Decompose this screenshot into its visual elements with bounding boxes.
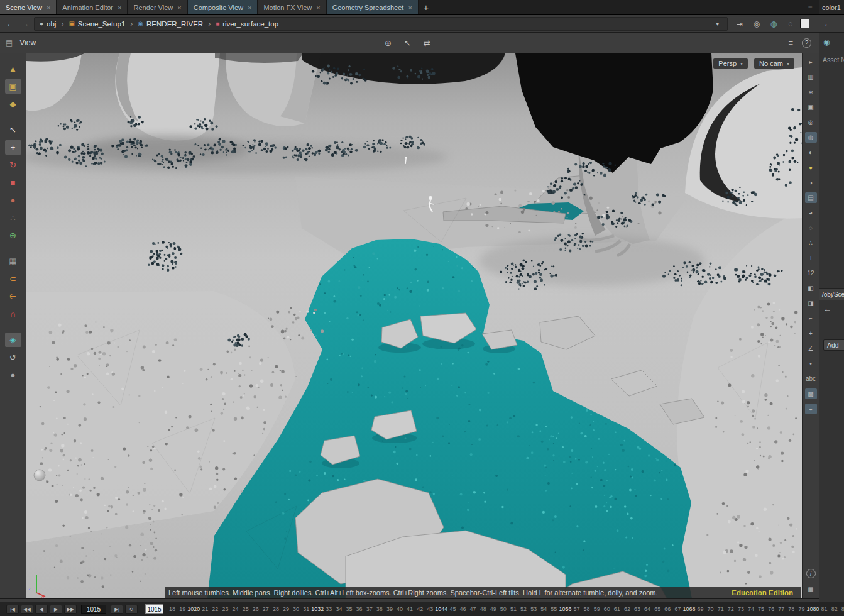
- tool-button[interactable]: ∈: [5, 289, 21, 304]
- tab-close-icon[interactable]: ×: [408, 4, 412, 11]
- view-toolbar-icon[interactable]: ⇄: [424, 38, 430, 48]
- breadcrumb-item[interactable]: › ■ river_surface_top: [206, 19, 281, 28]
- tool-button[interactable]: ▦: [5, 254, 21, 268]
- display-toggle-icon[interactable]: ▣: [805, 102, 817, 113]
- parameter-pane-tab[interactable]: color1: [819, 0, 844, 15]
- display-toggle-icon[interactable]: ▸: [805, 57, 817, 67]
- display-toggle-icon[interactable]: ∗: [805, 87, 817, 97]
- display-toggle-icon[interactable]: ◑: [805, 177, 817, 188]
- tab-close-icon[interactable]: ×: [248, 4, 251, 11]
- timeline-ruler[interactable]: 18 19 1020 21 22 23 24 25 26 27 28: [167, 602, 844, 616]
- tab-menu-icon[interactable]: ≡: [801, 0, 819, 14]
- path-bar-icon[interactable]: ⇥: [733, 18, 747, 30]
- display-toggle-icon[interactable]: ▩: [805, 388, 817, 399]
- tool-button[interactable]: ▣: [5, 79, 21, 94]
- path-bar-icon[interactable]: ◌: [784, 18, 797, 30]
- tool-button[interactable]: ∴: [5, 211, 21, 225]
- display-toggle-icon[interactable]: +: [805, 328, 817, 339]
- frame-tick-label: 47: [468, 606, 478, 612]
- tool-button[interactable]: ▲: [5, 62, 21, 76]
- tab-close-icon[interactable]: ×: [316, 4, 320, 11]
- transport-button[interactable]: ▶|: [111, 605, 123, 614]
- display-toggle-icon[interactable]: ◎: [805, 117, 817, 128]
- tab-close-icon[interactable]: ×: [177, 4, 181, 11]
- tool-button[interactable]: ↺: [5, 350, 21, 365]
- display-toggle-icon[interactable]: ◒: [805, 404, 817, 414]
- display-toggle-icon[interactable]: ▥: [805, 72, 817, 82]
- tab-close-icon[interactable]: ×: [47, 4, 50, 11]
- display-toggle-icon[interactable]: ▤: [805, 192, 817, 203]
- display-toggle-icon[interactable]: •: [805, 358, 817, 369]
- scene-viewport[interactable]: z x Persp ▾ No cam ▾ Left mouse tumbles.…: [26, 53, 802, 598]
- view-toolbar-icon[interactable]: ⊕: [385, 38, 392, 48]
- display-toggle-icon[interactable]: abc: [805, 373, 817, 384]
- transport-button[interactable]: ◀◀: [21, 605, 33, 614]
- info-icon[interactable]: i: [806, 569, 816, 578]
- breadcrumb-item[interactable]: › ● obj: [37, 20, 58, 28]
- tab-close-icon[interactable]: ×: [118, 4, 121, 11]
- tool-button[interactable]: ●: [5, 193, 21, 207]
- pane-tab[interactable]: Render View ×: [128, 0, 187, 14]
- pane-tab[interactable]: Animation Editor ×: [57, 0, 128, 14]
- forward-arrow-icon[interactable]: →: [19, 18, 31, 30]
- display-toggle-icon[interactable]: ∠: [805, 343, 817, 354]
- current-frame-input[interactable]: [81, 605, 106, 614]
- display-toggle-icon[interactable]: ◕: [805, 207, 817, 218]
- transport-button[interactable]: ◀: [35, 605, 48, 614]
- frame-tick-label: 53: [529, 606, 539, 612]
- network-back-icon[interactable]: ←: [823, 304, 831, 314]
- breadcrumb-item[interactable]: › ◉ RENDER_RIVER: [128, 19, 206, 28]
- camera-select-menu[interactable]: No cam ▾: [754, 58, 794, 69]
- display-options-icon[interactable]: ≡: [788, 38, 793, 48]
- display-toggle-icon[interactable]: ●: [805, 162, 817, 173]
- display-toggle-icon[interactable]: ∴: [805, 238, 817, 248]
- tool-button[interactable]: ∩: [5, 307, 21, 321]
- path-dropdown-icon[interactable]: ▾: [710, 18, 725, 30]
- pane-tab[interactable]: Scene View ×: [0, 0, 57, 14]
- transport-button[interactable]: ▶: [50, 605, 62, 614]
- color-swatch[interactable]: [800, 19, 809, 28]
- pane-tab[interactable]: Geometry Spreadsheet ×: [327, 0, 419, 14]
- tool-button[interactable]: +: [5, 140, 21, 155]
- new-tab-button[interactable]: +: [419, 0, 434, 14]
- add-button[interactable]: Add: [823, 339, 844, 351]
- display-toggle-icon[interactable]: 12: [805, 268, 817, 278]
- display-toggle-icon[interactable]: ◌: [805, 223, 817, 233]
- help-icon[interactable]: ?: [802, 38, 811, 48]
- view-toolbar-icon[interactable]: ↖: [404, 38, 411, 48]
- pane-menu-icon[interactable]: ▤: [6, 38, 13, 47]
- breadcrumb-item[interactable]: › ▣ Scene_Setup1: [58, 19, 128, 28]
- node-type-icon: ■: [216, 20, 219, 27]
- frame-tick-label: 42: [415, 606, 425, 612]
- transport-button[interactable]: ↻: [125, 605, 138, 614]
- frame-tick-label: 38: [375, 606, 385, 612]
- tool-button[interactable]: ↻: [5, 158, 21, 172]
- display-toggle-icon[interactable]: ◨: [805, 298, 817, 309]
- pane-tab[interactable]: Motion FX View ×: [258, 0, 326, 14]
- frame-tick-label: 59: [592, 606, 602, 612]
- grid-icon[interactable]: ▦: [805, 584, 817, 595]
- display-toggle-icon[interactable]: ◧: [805, 283, 817, 294]
- path-bar-icon[interactable]: ◍: [767, 18, 781, 30]
- display-toggle-icon[interactable]: ⌐: [805, 313, 817, 324]
- parameter-back-icon[interactable]: ←: [819, 15, 844, 33]
- display-toggle-icon[interactable]: ⊥: [805, 253, 817, 263]
- pane-title: View: [19, 38, 36, 47]
- playbar-frame-marker[interactable]: 1015: [145, 604, 163, 614]
- pane-tab[interactable]: Composite View ×: [188, 0, 258, 14]
- transport-button[interactable]: ▶▶: [64, 605, 77, 614]
- tool-button[interactable]: ⊕: [5, 228, 21, 243]
- frame-tick-label: 33: [324, 606, 334, 612]
- tool-button[interactable]: ◆: [5, 97, 21, 111]
- projection-menu[interactable]: Persp ▾: [713, 58, 748, 69]
- tool-button[interactable]: ■: [5, 175, 21, 190]
- tool-button[interactable]: ↖: [5, 123, 21, 137]
- tool-button[interactable]: ⊂: [5, 272, 21, 286]
- back-arrow-icon[interactable]: ←: [4, 18, 16, 30]
- path-bar-icon[interactable]: ◎: [750, 18, 764, 30]
- tool-button[interactable]: ●: [5, 368, 21, 382]
- transport-button[interactable]: |◀: [6, 605, 19, 614]
- display-toggle-icon[interactable]: ◍: [805, 132, 817, 143]
- tool-button[interactable]: ◈: [5, 333, 21, 347]
- display-toggle-icon[interactable]: ◐: [805, 147, 817, 158]
